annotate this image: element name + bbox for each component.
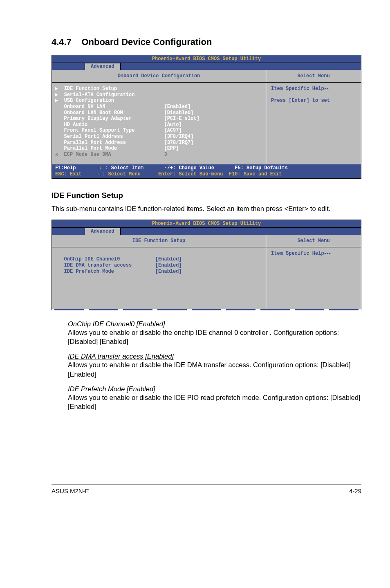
section-heading: 4.4.7 Onboard Device Configuration <box>52 37 361 47</box>
bios-settings-text[interactable]: OnChip IDE Channel0 [Enabled] IDE DMA tr… <box>55 256 182 274</box>
chevron-right-icon <box>324 86 328 92</box>
bios-panel-ide: Phoenix-Award BIOS CMOS Setup Utility Ad… <box>52 220 361 310</box>
torn-edge-decoration <box>52 309 361 310</box>
section-title: Onboard Device Configuration <box>81 37 212 47</box>
section-number: 4.4.7 <box>52 37 72 47</box>
panel-title-right: Select Menu <box>266 235 361 247</box>
setting-title: OnChip IDE Channel0 [Enabled] <box>68 320 361 328</box>
bios-tab-bar: Advanced <box>52 228 361 235</box>
bios-panel-main: Phoenix-Award BIOS CMOS Setup Utility Ad… <box>52 55 361 179</box>
setting-desc: Allows you to enable or disable the onch… <box>68 328 361 346</box>
bios-title-bar: Phoenix-Award BIOS CMOS Setup Utility <box>52 55 361 63</box>
bios-help-pane: Item Specific Help <box>266 247 361 309</box>
subsection-paragraph: This sub-menu contains IDE function-rela… <box>52 204 361 213</box>
page-footer: ASUS M2N-E 4-29 <box>52 485 361 494</box>
bios-help-pane: Item Specific Help Press [Enter] to set <box>266 83 361 164</box>
setting-title: IDE Prefetch Mode [Enabled] <box>68 385 361 393</box>
panel-title-left: Onboard Device Configuration <box>52 70 266 82</box>
tab-advanced[interactable]: Advanced <box>85 63 121 70</box>
setting-desc: Allows you to enable or disable the IDE … <box>68 360 361 379</box>
bios-settings-list[interactable]: OnChip IDE Channel0 [Enabled] IDE DMA tr… <box>52 247 266 309</box>
bios-footer-hints: F1:Help ↑↓ : Select Item -/+: Change Val… <box>52 164 361 178</box>
help-heading: Item Specific Help <box>271 251 324 256</box>
chevron-right-icon <box>324 251 331 256</box>
foot-line1: F1:Help ↑↓ : Select Item -/+: Change Val… <box>55 165 288 171</box>
help-text: Press [Enter] to set <box>271 98 330 103</box>
tab-advanced[interactable]: Advanced <box>85 228 121 235</box>
panel-title-right: Select Menu <box>266 70 361 82</box>
footer-left: ASUS M2N-E <box>52 487 89 494</box>
subsection-heading: IDE Function Setup <box>52 191 361 200</box>
bios-settings-active[interactable]: ▶ IDE Function Setup ▶ Serial-ATA Config… <box>55 86 199 151</box>
bios-tab-bar: Advanced <box>52 63 361 70</box>
bios-title-bar: Phoenix-Award BIOS CMOS Setup Utility <box>52 220 361 228</box>
footer-right: 4-29 <box>349 487 361 494</box>
setting-title: IDE DMA transfer access [Enabled] <box>68 352 361 360</box>
setting-desc: Allows you to enable or disable the IDE … <box>68 393 361 411</box>
panel-title-left: IDE Function Setup <box>52 235 266 247</box>
foot-line2: ESC: Exit →←: Select Menu Enter: Select … <box>55 171 282 177</box>
help-heading: Item Specific Help <box>271 86 324 92</box>
bios-settings-list[interactable]: ▶ IDE Function Setup ▶ Serial-ATA Config… <box>52 83 266 164</box>
bios-settings-disabled: x ECP Mode Use DMA 3 <box>55 152 167 157</box>
